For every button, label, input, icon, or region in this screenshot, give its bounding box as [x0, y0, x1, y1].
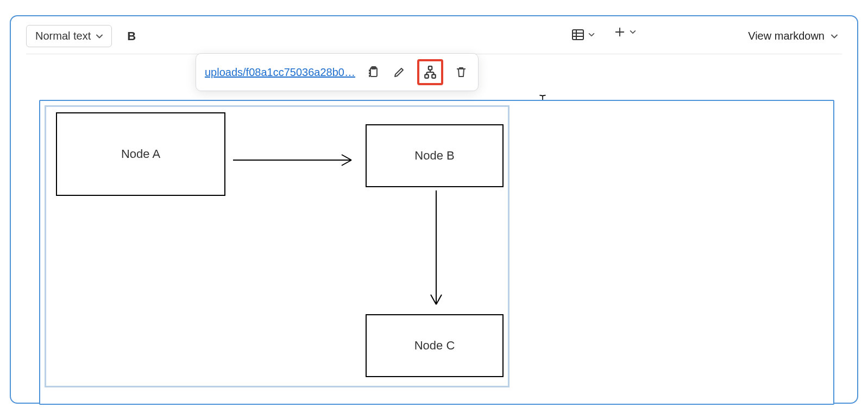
clipboard-icon	[367, 66, 380, 79]
edit-button[interactable]	[391, 64, 407, 80]
chevron-down-icon	[629, 28, 637, 36]
svg-rect-0	[573, 30, 583, 40]
diagram-node-b: Node B	[366, 124, 504, 187]
svg-rect-9	[425, 74, 429, 78]
hierarchy-icon	[423, 65, 437, 79]
text-style-select[interactable]: Normal text	[26, 25, 112, 47]
hierarchy-button[interactable]	[417, 59, 443, 85]
toolbar-right: View markdown	[745, 28, 842, 44]
arrow-b-to-c	[425, 188, 447, 313]
insert-button[interactable]	[614, 26, 637, 41]
attachment-filename-link[interactable]: uploads/f08a1cc75036a28b0…	[205, 66, 355, 79]
svg-rect-8	[429, 66, 432, 70]
bold-button[interactable]: B	[124, 27, 139, 46]
editor-panel: Normal text B View markdown	[10, 15, 858, 404]
table-button[interactable]	[571, 28, 595, 44]
text-style-label: Normal text	[35, 30, 91, 42]
view-markdown-label: View markdown	[748, 30, 825, 42]
table-icon	[571, 28, 584, 41]
diagram-node-b-label: Node B	[414, 149, 454, 163]
chevron-down-icon	[95, 32, 104, 41]
diagram-node-c-label: Node C	[414, 339, 455, 353]
pencil-icon	[393, 66, 406, 79]
arrow-a-to-b	[231, 149, 361, 171]
chevron-down-icon	[830, 32, 839, 41]
delete-button[interactable]	[453, 64, 469, 80]
plus-icon	[614, 26, 626, 38]
attachment-toolbar-popover: uploads/f08a1cc75036a28b0…	[196, 53, 479, 91]
view-markdown-button[interactable]: View markdown	[745, 28, 842, 44]
diagram-node-a: Node A	[56, 112, 225, 196]
copy-clipboard-button[interactable]	[365, 64, 381, 80]
svg-rect-10	[432, 74, 436, 78]
diagram-node-c: Node C	[366, 314, 504, 377]
editor-toolbar: Normal text B View markdown	[26, 26, 842, 54]
bold-label: B	[127, 29, 136, 43]
trash-icon	[455, 66, 468, 79]
editor-content-area[interactable]: Node A Node B Node C	[39, 100, 834, 405]
diagram-node-a-label: Node A	[121, 147, 160, 161]
chevron-down-icon	[588, 31, 595, 39]
embedded-diagram[interactable]: Node A Node B Node C	[45, 105, 510, 387]
